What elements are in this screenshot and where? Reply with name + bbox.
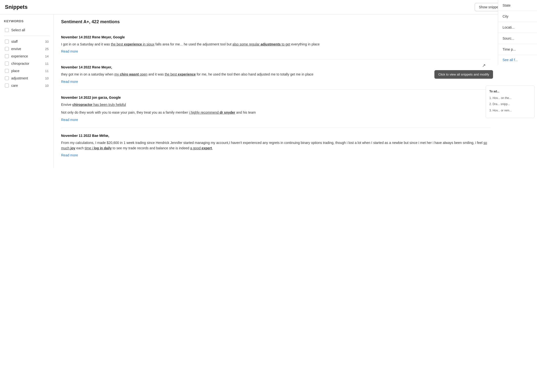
keyword-item-staff[interactable]: staff 33 [4,38,50,45]
instructions-step-2: 2. Dra... snipp... [489,102,531,107]
keyword-label-care: care [11,84,43,87]
review-text-4: From my calculations, I made $20,600 in … [61,140,491,151]
sidebar-divider [4,36,50,36]
select-all-label: Select all [11,28,25,32]
keyword-count-place: 11 [45,69,49,73]
city-filter[interactable]: City [498,11,537,22]
keywords-sidebar: Keywords Select all staff 33 envive 25 e… [0,14,54,168]
keyword-item-envive[interactable]: envive 25 [4,45,50,53]
review-card-1: November 14 2022 Rene Meyer, Google I go… [61,29,491,59]
keyword-checkbox-chiropractor[interactable] [5,62,9,65]
keyword-label-envive: envive [11,47,43,51]
review-card-4: November 11 2022 Bae Mëlœ, From my calcu… [61,128,491,163]
state-filter[interactable]: State [498,0,537,11]
review-card-3: November 14 2022 jon garza, Google Enviv… [61,90,491,128]
tooltip-trigger-icon[interactable]: ↗ [482,63,486,68]
keyword-label-chiropractor: chiropractor [11,62,43,65]
time-filter-label: Time p... [503,47,516,51]
keyword-count-chiropractor: 11 [45,62,49,65]
reviews-panel: Sentiment A+, 422 mentions November 14 2… [54,14,498,168]
keyword-checkbox-envive[interactable] [5,47,9,51]
keyword-item-chiropractor[interactable]: chiropractor 11 [4,60,50,67]
keyword-label-experience: experience [11,54,43,58]
right-filters-panel: State City Locati... Sourc... Time p... … [498,0,537,65]
keyword-count-experience: 14 [45,54,49,58]
keyword-checkbox-adjustment[interactable] [5,76,9,80]
read-more-link-3[interactable]: Read more [61,118,78,122]
review-text-2-3: Not only do they work with you to ease y… [61,110,491,115]
page-title: Snippets [5,4,28,10]
keyword-label-place: place [11,69,43,73]
reviews-list: November 14 2022 Rene Meyer, Google I go… [61,29,491,163]
read-more-link-2[interactable]: Read more [61,80,78,84]
location-filter[interactable]: Locati... [498,22,537,33]
top-bar: Snippets Show snippet ▾ Positive ▾ [0,0,537,14]
keyword-count-care: 10 [45,84,49,87]
keyword-label-adjustment: adjustment [11,76,43,80]
keyword-count-adjustment: 10 [45,76,49,80]
state-filter-label: State [503,3,511,7]
instructions-step-1: 1. Hov... on the... [489,96,531,100]
keyword-checkbox-place[interactable] [5,69,9,73]
keyword-item-adjustment[interactable]: adjustment 10 [4,75,50,82]
select-all-item[interactable]: Select all [4,26,50,34]
keyword-item-place[interactable]: place 11 [4,67,50,75]
keyword-count-staff: 33 [45,40,49,44]
instructions-title: To ad... [489,89,531,94]
review-meta-2: November 14 2022 Rene Meyer, [61,65,491,69]
review-meta-3: November 14 2022 jon garza, Google [61,96,491,99]
city-filter-label: City [503,14,508,18]
source-filter-label: Sourc... [503,36,514,40]
review-meta-4: November 11 2022 Bae Mëlœ, [61,134,491,138]
main-content: Keywords Select all staff 33 envive 25 e… [0,14,537,168]
keyword-label-staff: staff [11,40,43,44]
tooltip-wrapper: ↗ Click to view all snippets and modify [482,63,486,68]
source-filter[interactable]: Sourc... [498,33,537,44]
read-more-link-1[interactable]: Read more [61,49,78,53]
keyword-list: staff 33 envive 25 experience 14 chiropr… [4,38,50,89]
keyword-checkbox-care[interactable] [5,84,9,87]
keyword-item-experience[interactable]: experience 14 [4,53,50,60]
keyword-checkbox-experience[interactable] [5,54,9,58]
keyword-count-envive: 25 [45,47,49,51]
review-card-2: ↗ Click to view all snippets and modify … [61,59,491,89]
instructions-step-3: 3. Hov... or rem... [489,108,531,113]
read-more-link-4[interactable]: Read more [61,153,78,157]
review-text-2: they got me in on a saturday when my chi… [61,72,491,77]
review-text-3: Envive chiropractor has been truly helpf… [61,102,491,107]
keyword-checkbox-staff[interactable] [5,40,9,44]
show-snippet-label: Show snippet [479,5,499,9]
review-meta-1: November 14 2022 Rene Meyer, Google [61,35,491,39]
see-all-filters-link[interactable]: See all f... [498,55,537,65]
keywords-title: Keywords [4,19,50,23]
select-all-checkbox[interactable] [5,28,9,32]
location-filter-label: Locati... [503,25,515,29]
time-filter[interactable]: Time p... [498,44,537,55]
review-text-1: I got in on a Saturday and it was the be… [61,42,491,47]
instructions-panel: To ad... 1. Hov... on the... 2. Dra... s… [486,86,535,118]
keyword-item-care[interactable]: care 10 [4,82,50,89]
sentiment-header: Sentiment A+, 422 mentions [61,19,491,24]
